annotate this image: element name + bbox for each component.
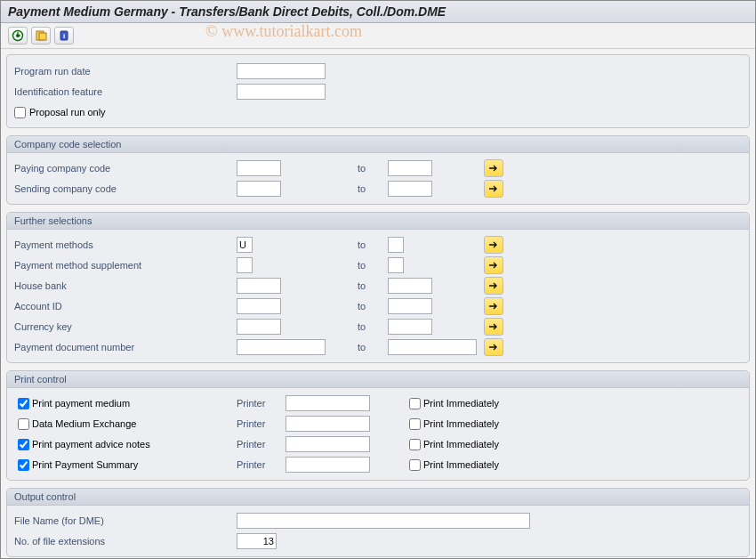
data-medium-exchange-printer-input[interactable] — [286, 416, 370, 432]
payment-methods-multi-button[interactable] — [484, 236, 503, 254]
account-id-label: Account ID — [14, 301, 237, 312]
print-payment-advice-notes-printer-input[interactable] — [286, 436, 370, 452]
sending-company-code-label: Sending company code — [14, 183, 237, 194]
company-code-selection-title: Company code selection — [7, 136, 749, 153]
print-immediately-label: Print Immediately — [423, 418, 499, 429]
output-control-title: Output control — [7, 489, 749, 506]
print-payment-summary-immediately-checkbox[interactable] — [409, 459, 421, 471]
to-label: to — [352, 280, 388, 291]
house-bank-multi-button[interactable] — [484, 277, 503, 295]
content-area: Program run date Identification feature … — [1, 49, 755, 559]
payment-methods-to-input[interactable] — [388, 237, 404, 253]
print-immediately-label: Print Immediately — [423, 439, 499, 450]
sending-company-code-to-input[interactable] — [388, 181, 432, 197]
to-label: to — [352, 260, 388, 271]
currency-key-from-input[interactable] — [237, 319, 281, 335]
payment-method-supplement-from-input[interactable] — [237, 257, 253, 273]
to-label: to — [352, 183, 388, 194]
print-payment-advice-notes-immediately-checkbox[interactable] — [409, 439, 421, 450]
house-bank-from-input[interactable] — [237, 278, 281, 294]
to-label: to — [352, 342, 388, 352]
file-name-label: File Name (for DME) — [14, 515, 237, 526]
get-variant-button[interactable] — [31, 27, 51, 45]
further-selections-group: Further selections Payment methods to Pa… — [6, 212, 750, 363]
account-id-to-input[interactable] — [388, 298, 432, 314]
file-name-input[interactable] — [237, 513, 530, 529]
currency-key-to-input[interactable] — [388, 319, 432, 335]
payment-method-supplement-label: Payment method supplement — [14, 260, 237, 271]
print-immediately-label: Print Immediately — [423, 459, 499, 470]
payment-document-number-label: Payment document number — [14, 342, 237, 352]
payment-document-number-to-input[interactable] — [388, 339, 477, 355]
print-payment-summary-printer-input[interactable] — [286, 457, 370, 473]
printer-label: Printer — [237, 418, 286, 429]
data-medium-exchange-immediately-checkbox[interactable] — [409, 418, 421, 430]
proposal-run-only-checkbox[interactable] — [14, 107, 26, 118]
print-payment-medium-checkbox[interactable] — [18, 398, 29, 409]
payment-document-number-multi-button[interactable] — [484, 338, 503, 356]
paying-company-code-from-input[interactable] — [237, 160, 281, 176]
no-of-file-extensions-label: No. of file extensions — [14, 536, 237, 547]
svg-rect-5 — [39, 33, 46, 40]
to-label: to — [352, 163, 388, 174]
paying-company-code-label: Paying company code — [14, 163, 237, 174]
top-fields-group: Program run date Identification feature … — [6, 54, 750, 128]
paying-company-code-multi-button[interactable] — [484, 159, 503, 177]
sending-company-code-from-input[interactable] — [237, 181, 281, 197]
sending-company-code-multi-button[interactable] — [484, 180, 503, 198]
print-payment-medium-printer-input[interactable] — [286, 395, 370, 411]
account-id-from-input[interactable] — [237, 298, 281, 314]
paying-company-code-to-input[interactable] — [388, 160, 432, 176]
toolbar: i — [1, 23, 755, 49]
to-label: to — [352, 239, 388, 250]
print-payment-summary-label: Print Payment Summary — [32, 459, 138, 470]
identification-feature-label: Identification feature — [14, 86, 237, 97]
program-run-date-label: Program run date — [14, 66, 237, 77]
print-payment-medium-label: Print payment medium — [32, 398, 130, 409]
to-label: to — [352, 321, 388, 332]
to-label: to — [352, 301, 388, 312]
payment-document-number-from-input[interactable] — [237, 339, 326, 355]
printer-label: Printer — [237, 459, 286, 470]
print-payment-medium-immediately-checkbox[interactable] — [409, 398, 421, 409]
print-control-group: Print control Print payment medium Print… — [6, 370, 750, 481]
currency-key-label: Currency key — [14, 321, 237, 332]
payment-methods-from-input[interactable] — [237, 237, 253, 253]
proposal-run-only-label: Proposal run only — [29, 107, 106, 117]
payment-method-supplement-to-input[interactable] — [388, 257, 404, 273]
execute-button[interactable] — [8, 27, 28, 45]
print-payment-advice-notes-label: Print payment advice notes — [32, 439, 150, 450]
currency-key-multi-button[interactable] — [484, 318, 503, 336]
payment-method-supplement-multi-button[interactable] — [484, 256, 503, 274]
data-medium-exchange-label: Data Medium Exchange — [32, 418, 136, 429]
identification-feature-input[interactable] — [237, 84, 326, 100]
info-button[interactable]: i — [54, 27, 74, 45]
print-payment-advice-notes-checkbox[interactable] — [18, 439, 29, 450]
further-selections-title: Further selections — [7, 213, 749, 230]
payment-methods-label: Payment methods — [14, 239, 237, 250]
svg-text:i: i — [63, 32, 65, 40]
data-medium-exchange-checkbox[interactable] — [18, 418, 29, 430]
window-title: Payment Medium Germany - Transfers/Bank … — [1, 1, 755, 23]
account-id-multi-button[interactable] — [484, 297, 503, 315]
house-bank-to-input[interactable] — [388, 278, 432, 294]
house-bank-label: House bank — [14, 280, 237, 291]
printer-label: Printer — [237, 398, 286, 409]
sap-window: Payment Medium Germany - Transfers/Bank … — [0, 0, 756, 559]
print-immediately-label: Print Immediately — [423, 398, 499, 409]
print-payment-summary-checkbox[interactable] — [18, 459, 29, 471]
program-run-date-input[interactable] — [237, 63, 326, 79]
output-control-group: Output control File Name (for DME) No. o… — [6, 488, 750, 557]
no-of-file-extensions-input[interactable] — [237, 533, 277, 549]
print-control-title: Print control — [7, 371, 749, 388]
printer-label: Printer — [237, 439, 286, 450]
company-code-selection-group: Company code selection Paying company co… — [6, 135, 750, 205]
